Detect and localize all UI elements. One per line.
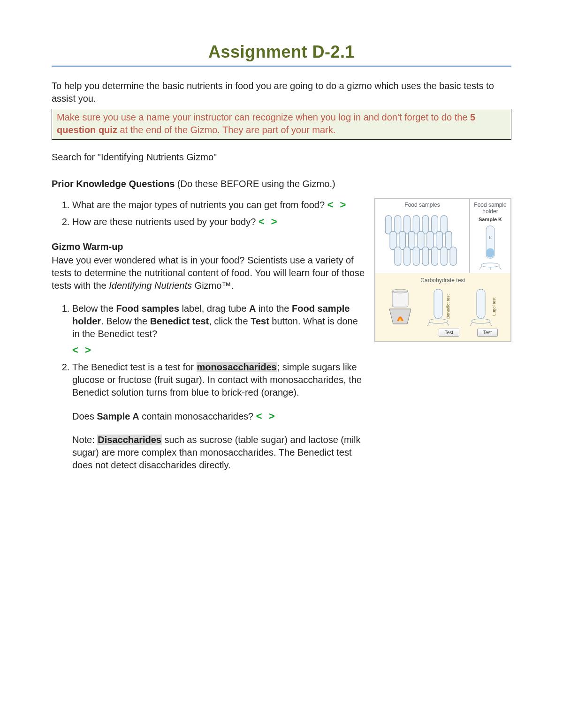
carb-row: Benedict test Lugol test <box>379 286 507 326</box>
svg-rect-8 <box>399 231 406 249</box>
gizmo-diagram: Food samples <box>374 198 511 342</box>
pk-q1-text: What are the major types of nutrients yo… <box>72 200 325 210</box>
highlight-disaccharides: Disaccharides <box>97 435 162 445</box>
answer-field-icon[interactable]: < > <box>72 343 365 357</box>
pk-question-list: What are the major types of nutrients yo… <box>52 198 365 228</box>
svg-rect-10 <box>418 231 424 249</box>
warmup-question-list: Below the Food samples label, drag tube … <box>52 302 365 399</box>
page-title: Assignment D-2.1 <box>52 42 511 62</box>
t: Below the <box>72 303 116 314</box>
lugol-tube-icon <box>469 288 493 326</box>
svg-rect-13 <box>445 231 452 249</box>
svg-rect-22 <box>487 248 494 258</box>
pk-head: Prior Knowledge Questions <box>52 179 175 189</box>
svg-rect-11 <box>427 231 434 249</box>
answer-field-icon[interactable]: < > <box>259 216 279 227</box>
svg-rect-17 <box>422 247 429 265</box>
tube-rack-icon <box>378 210 466 270</box>
svg-rect-3 <box>413 216 419 234</box>
benedict-tube-group: Benedict test <box>426 288 459 326</box>
warmup-b: Gizmo™. <box>192 280 234 291</box>
lugol-vlabel: Lugol test <box>491 297 496 315</box>
t: Note: <box>72 435 97 445</box>
sample-tube-icon: K <box>482 225 499 263</box>
t: , click the <box>209 316 251 326</box>
svg-line-31 <box>427 322 430 326</box>
t: contain monosaccharides? <box>139 411 253 421</box>
svg-rect-2 <box>404 216 411 234</box>
content-columns: What are the major types of nutrients yo… <box>52 198 511 472</box>
notice-text-b: at the end of the Gizmo. They are part o… <box>117 125 335 135</box>
benedict-test-button[interactable]: Test <box>439 329 459 337</box>
svg-rect-12 <box>436 231 443 249</box>
notice-text-a: Make sure you use a name your instructor… <box>57 112 470 122</box>
svg-point-34 <box>472 319 490 323</box>
prior-knowledge-heading: Prior Knowledge Questions (Do these BEFO… <box>52 179 511 189</box>
notice-box: Make sure you use a name your instructor… <box>52 109 511 140</box>
t: Food samples <box>116 303 179 314</box>
svg-line-24 <box>479 266 482 270</box>
right-column: Food samples <box>374 198 511 342</box>
t: Benedict test <box>150 316 209 326</box>
svg-rect-20 <box>450 247 456 265</box>
food-samples-label: Food samples <box>378 202 466 208</box>
warmup-heading: Gizmo Warm-up <box>52 241 365 252</box>
svg-rect-1 <box>395 216 401 234</box>
t: Sample A <box>97 411 139 421</box>
note-paragraph: Note: Disaccharides such as sucrose (tab… <box>72 434 365 472</box>
svg-line-35 <box>470 322 472 326</box>
warmup-q2: The Benedict test is a test for monosacc… <box>72 361 365 399</box>
tube-letter: K <box>489 235 492 240</box>
svg-rect-19 <box>441 247 447 265</box>
svg-rect-7 <box>390 231 396 249</box>
food-sample-holder-panel: Food sample holder Sample K K <box>470 198 511 273</box>
document-page: Assignment D-2.1 To help you determine t… <box>0 0 563 490</box>
svg-rect-6 <box>441 216 447 234</box>
lugol-test-button[interactable]: Test <box>477 329 498 337</box>
svg-rect-33 <box>477 289 485 318</box>
holder-label: Food sample holder <box>472 202 509 215</box>
test-buttons-row: Test Test <box>379 327 507 337</box>
svg-rect-16 <box>413 247 419 265</box>
t: The Benedict test is a test for <box>72 362 197 372</box>
burner-beaker-icon <box>384 288 417 326</box>
holder-sample-name: Sample K <box>472 217 509 222</box>
svg-rect-4 <box>422 216 429 234</box>
warmup-ital: Identifying Nutrients <box>109 280 192 291</box>
svg-rect-18 <box>432 247 438 265</box>
benedict-vlabel: Benedict test <box>446 294 450 319</box>
followup-question: Does Sample A contain monosaccharides? <… <box>72 409 365 423</box>
answer-field-icon[interactable]: < > <box>256 410 277 422</box>
warmup-q1: Below the Food samples label, drag tube … <box>72 302 365 357</box>
svg-rect-15 <box>404 247 411 265</box>
t: A <box>249 303 256 314</box>
intro-text: To help you determine the basic nutrient… <box>52 80 511 105</box>
svg-point-23 <box>481 263 500 267</box>
svg-line-25 <box>499 266 501 270</box>
svg-rect-0 <box>385 216 392 234</box>
warmup-text: Have you ever wondered what is in your f… <box>52 254 365 292</box>
svg-rect-29 <box>434 289 442 318</box>
pk-sub: (Do these BEFORE using the Gizmo.) <box>175 179 335 189</box>
t: into the <box>256 303 292 314</box>
title-rule <box>52 66 511 67</box>
search-instruction: Search for "Identifying Nutrients Gizmo" <box>52 152 511 163</box>
svg-line-32 <box>447 322 449 326</box>
svg-rect-9 <box>408 231 415 249</box>
svg-point-30 <box>429 319 448 323</box>
pk-q1: What are the major types of nutrients yo… <box>72 198 365 212</box>
lugol-tube-group: Lugol test <box>469 288 502 326</box>
carb-test-label: Carbohydrate test <box>379 277 507 284</box>
svg-rect-27 <box>392 291 408 307</box>
t: Test <box>251 316 269 326</box>
highlight-monosaccharides: monosaccharides <box>197 362 277 372</box>
t: . Below the <box>101 316 150 326</box>
t: label, drag tube <box>179 303 249 314</box>
svg-rect-5 <box>432 216 438 234</box>
gizmo-top-panels: Food samples <box>375 198 511 273</box>
carbohydrate-test-panel: Carbohydrate test Benedict test <box>375 273 511 342</box>
t: Does <box>72 411 97 421</box>
svg-rect-14 <box>395 247 401 265</box>
pk-q2-text: How are these nutrients used by your bod… <box>72 217 256 227</box>
answer-field-icon[interactable]: < > <box>327 199 348 210</box>
